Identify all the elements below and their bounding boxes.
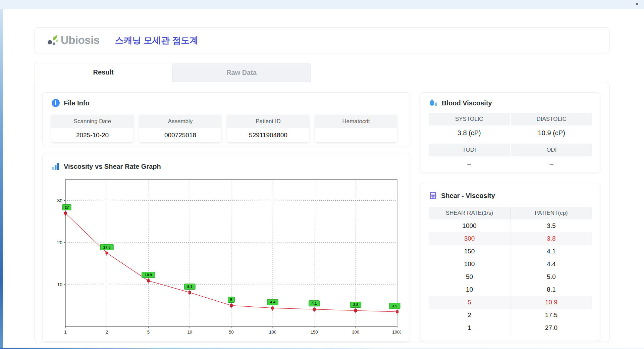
graph-card: Viscosity vs Shear Rate Graph 1020301251… xyxy=(42,154,410,342)
shear-rate-value: 50 xyxy=(429,270,511,283)
systolic-label: SYSTOLIC xyxy=(429,113,510,126)
systolic-diastolic-pair: SYSTOLIC DIASTOLIC 3.8 (cP) 10.9 (cP) xyxy=(429,113,592,140)
close-button[interactable]: × xyxy=(633,1,641,8)
patient-viscosity-value: 3.8 xyxy=(511,232,592,245)
calculator-icon xyxy=(429,191,437,200)
field-hematocrit: Hematocrit xyxy=(315,115,397,142)
svg-text:2: 2 xyxy=(106,330,108,335)
table-row: 2 17.5 xyxy=(429,309,592,321)
patient-column-header: PATIENT(cp) xyxy=(511,207,592,219)
field-value: 000725018 xyxy=(139,128,221,142)
svg-text:5: 5 xyxy=(147,330,150,335)
shear-viscosity-header: Shear - Viscosity xyxy=(429,191,495,200)
table-row: 300 3.8 xyxy=(429,232,592,245)
table-row: 150 4.1 xyxy=(429,245,592,258)
graph-header: Viscosity vs Shear Rate Graph xyxy=(51,162,161,171)
shear-rate-value: 100 xyxy=(429,258,511,270)
blood-viscosity-header: Blood Viscosity xyxy=(429,99,492,108)
shear-rate-value: 1 xyxy=(429,321,511,334)
svg-text:10: 10 xyxy=(187,330,192,335)
field-label: Assembly xyxy=(139,115,221,128)
field-assembly: Assembly 000725018 xyxy=(139,115,221,142)
viscosity-chart-area: 102030125105010015030010002717.510.98.15… xyxy=(49,175,401,337)
tab-raw-data[interactable]: Raw Data xyxy=(172,63,311,82)
file-info-title: File Info xyxy=(64,99,90,107)
shear-rate-column-header: SHEAR RATE(1/s) xyxy=(429,207,511,219)
patient-viscosity-value: 3.5 xyxy=(511,219,592,232)
odi-value: – xyxy=(511,156,592,171)
file-info-header: File Info xyxy=(51,99,90,107)
svg-text:5: 5 xyxy=(230,298,232,302)
table-row: 1000 3.5 xyxy=(429,219,592,232)
svg-text:17.5: 17.5 xyxy=(103,245,110,249)
svg-text:10.9: 10.9 xyxy=(145,273,152,277)
svg-text:30: 30 xyxy=(57,198,62,203)
systolic-value: 3.8 (cP) xyxy=(429,126,510,140)
shear-rate-value: 2 xyxy=(429,309,511,321)
field-patient-id: Patient ID 52911904800 xyxy=(227,115,309,142)
patient-viscosity-value: 5.0 xyxy=(511,270,592,283)
patient-viscosity-value: 4.1 xyxy=(511,245,592,258)
svg-text:300: 300 xyxy=(352,330,360,335)
shear-viscosity-card: Shear - Viscosity SHEAR RATE(1/s) PATIEN… xyxy=(420,183,600,341)
blood-viscosity-grid: SYSTOLIC DIASTOLIC 3.8 (cP) 10.9 (cP) TO… xyxy=(429,113,592,171)
odi-label: ODI xyxy=(511,144,592,156)
table-row: 1 27.0 xyxy=(429,321,592,334)
patient-viscosity-value: 10.9 xyxy=(511,296,592,309)
svg-text:3.8: 3.8 xyxy=(353,303,358,307)
patient-viscosity-value: 27.0 xyxy=(511,321,592,334)
table-header-row: SHEAR RATE(1/s) PATIENT(cp) xyxy=(429,207,592,219)
patient-viscosity-value: 4.4 xyxy=(511,258,592,270)
shear-rate-value: 150 xyxy=(429,245,511,258)
svg-text:50: 50 xyxy=(229,330,233,335)
app-header: Ubiosis 스캐닝 모세관 점도계 xyxy=(35,27,609,53)
file-info-fields: Scanning Date 2025-10-20 Assembly 000725… xyxy=(51,115,397,142)
table-row: 50 5.0 xyxy=(429,270,592,283)
window-left-border xyxy=(0,9,3,348)
shear-viscosity-title: Shear - Viscosity xyxy=(441,192,495,200)
todi-odi-pair: TODI ODI – – xyxy=(429,144,592,171)
file-info-card: File Info Scanning Date 2025-10-20 Assem… xyxy=(42,92,410,146)
svg-text:10: 10 xyxy=(57,282,62,287)
field-label: Patient ID xyxy=(227,115,309,128)
shear-rate-value: 10 xyxy=(429,283,511,296)
svg-text:20: 20 xyxy=(57,240,62,245)
window-bottom-border xyxy=(0,348,644,349)
viscosity-shear-chart: 102030125105010015030010002717.510.98.15… xyxy=(49,175,401,336)
shear-viscosity-table: SHEAR RATE(1/s) PATIENT(cp) 1000 3.5 300… xyxy=(429,207,592,334)
svg-text:3.5: 3.5 xyxy=(392,304,397,308)
svg-text:4.4: 4.4 xyxy=(270,300,275,304)
todi-value: – xyxy=(429,156,510,171)
svg-text:8.1: 8.1 xyxy=(187,285,192,289)
svg-text:100: 100 xyxy=(269,330,276,335)
tab-result[interactable]: Result xyxy=(35,62,172,82)
table-row: 10 8.1 xyxy=(429,283,592,296)
patient-viscosity-value: 8.1 xyxy=(511,283,592,296)
field-label: Hematocrit xyxy=(315,115,397,128)
graph-title: Viscosity vs Shear Rate Graph xyxy=(64,163,161,170)
svg-text:27: 27 xyxy=(65,205,69,209)
svg-text:4.1: 4.1 xyxy=(312,301,317,305)
field-label: Scanning Date xyxy=(51,115,133,128)
ubiosis-logo-text: Ubiosis xyxy=(61,34,100,47)
shear-rate-value: 1000 xyxy=(429,219,511,232)
diastolic-value: 10.9 (cP) xyxy=(511,126,592,140)
blood-viscosity-card: Blood Viscosity SYSTOLIC DIASTOLIC 3.8 (… xyxy=(420,92,600,173)
blood-viscosity-title: Blood Viscosity xyxy=(442,99,492,107)
patient-viscosity-value: 17.5 xyxy=(511,309,592,321)
field-value: 52911904800 xyxy=(227,128,309,142)
field-value xyxy=(315,128,397,142)
bar-chart-icon xyxy=(51,162,60,171)
svg-text:1: 1 xyxy=(64,330,66,335)
diastolic-label: DIASTOLIC xyxy=(511,113,592,126)
todi-label: TODI xyxy=(429,144,510,156)
info-icon xyxy=(51,99,60,107)
shear-rate-value: 5 xyxy=(429,296,511,309)
svg-text:150: 150 xyxy=(311,330,318,335)
table-row: 100 4.4 xyxy=(429,258,592,270)
field-scanning-date: Scanning Date 2025-10-20 xyxy=(51,115,133,142)
window-titlebar: × xyxy=(0,0,644,9)
field-value: 2025-10-20 xyxy=(51,128,133,142)
table-row: 5 10.9 xyxy=(429,296,592,309)
page-title: 스캐닝 모세관 점도계 xyxy=(115,35,198,46)
